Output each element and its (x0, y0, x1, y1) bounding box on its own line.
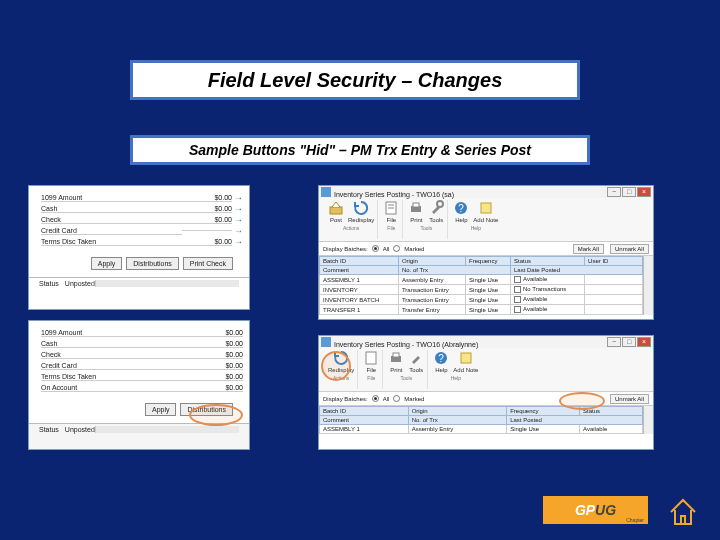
help-button[interactable]: ?Help (433, 350, 449, 373)
gpug-logo: GPUG Chapter (543, 496, 648, 524)
expand-icon[interactable]: → (234, 237, 243, 247)
unmark-all-button[interactable]: Unmark All (610, 394, 649, 404)
table-row[interactable]: TRANSFER 1Transfer EntrySingle UseAvaila… (320, 305, 643, 315)
unmark-all-button[interactable]: Unmark All (610, 244, 649, 254)
col-subheader[interactable]: Comment (320, 416, 409, 425)
maximize-button[interactable]: □ (622, 187, 636, 197)
close-button[interactable]: × (637, 187, 651, 197)
col-header[interactable]: Batch ID (320, 407, 409, 416)
app-icon (321, 337, 331, 347)
col-header[interactable]: User ID (585, 257, 643, 266)
file-menu[interactable]: File (363, 350, 379, 373)
checkbox[interactable] (514, 306, 521, 313)
apply-button[interactable]: Apply (145, 403, 177, 416)
distributions-button[interactable]: Distributions (126, 257, 179, 270)
svg-rect-9 (481, 203, 491, 213)
svg-rect-15 (461, 353, 471, 363)
title-bar[interactable]: Inventory Series Posting - TWO16 (Abraly… (319, 336, 653, 348)
redisplay-button[interactable]: Redisplay (348, 200, 374, 223)
pm-trx-entry-panel-after: 1099 Amount$0.00 Cash$0.00 Check$0.00 Cr… (28, 320, 250, 450)
field-value: $0.00 (193, 329, 243, 337)
tools-menu[interactable]: Tools (428, 200, 444, 223)
ribbon-group-label: Help (471, 225, 481, 231)
field-value: $0.00 (193, 384, 243, 392)
field-value: $0.00 (193, 340, 243, 348)
minimize-button[interactable]: − (607, 337, 621, 347)
help-button[interactable]: ?Help (453, 200, 469, 223)
svg-rect-12 (393, 353, 399, 357)
col-header[interactable]: Origin (398, 257, 465, 266)
field-value: $0.00 (193, 351, 243, 359)
print-button[interactable]: Print (408, 200, 424, 223)
apply-button[interactable]: Apply (91, 257, 123, 270)
batch-table[interactable]: Batch ID Origin Frequency Status User ID… (319, 256, 643, 315)
table-row[interactable]: ASSEMBLY 1Assembly EntrySingle UseAvaila… (320, 425, 643, 434)
expand-icon[interactable]: → (234, 215, 243, 225)
ribbon-group-label: Tools (401, 375, 413, 381)
expand-icon[interactable]: → (234, 204, 243, 214)
print-button[interactable]: Print (388, 350, 404, 373)
expand-icon[interactable]: → (234, 226, 243, 236)
add-note-button[interactable]: Add Note (473, 200, 498, 223)
field-label: Terms Disc Taken (41, 373, 193, 381)
col-subheader[interactable]: Comment (320, 266, 399, 275)
field-value: $0.00 (182, 238, 232, 246)
radio-all[interactable] (372, 245, 379, 252)
field-label: Cash (41, 340, 193, 348)
expand-icon[interactable]: → (234, 193, 243, 203)
series-posting-window-after: Inventory Series Posting - TWO16 (Abraly… (318, 335, 654, 450)
radio-all[interactable] (372, 395, 379, 402)
checkbox[interactable] (514, 286, 521, 293)
checkbox[interactable] (514, 276, 521, 283)
radio-marked[interactable] (393, 395, 400, 402)
radio-marked[interactable] (393, 245, 400, 252)
col-subheader[interactable]: No. of Trx (398, 266, 510, 275)
file-menu[interactable]: File (383, 200, 399, 223)
svg-text:?: ? (459, 203, 465, 214)
col-header[interactable]: Status (510, 257, 584, 266)
home-icon[interactable] (666, 494, 700, 528)
ribbon-group-label: File (387, 225, 395, 231)
checkbox[interactable] (514, 296, 521, 303)
highlight-hidden-post-button (321, 351, 351, 381)
table-row[interactable]: ASSEMBLY 1Assembly EntrySingle UseAvaila… (320, 275, 643, 285)
close-button[interactable]: × (637, 337, 651, 347)
col-subheader[interactable]: Last Posted (507, 416, 643, 425)
col-header[interactable]: Origin (408, 407, 507, 416)
scrollbar[interactable] (643, 406, 653, 434)
svg-point-6 (437, 201, 443, 207)
batch-table[interactable]: Batch ID Origin Frequency Status Comment… (319, 406, 643, 434)
field-value: $0.00 (182, 205, 232, 213)
field-label: Check (41, 351, 193, 359)
highlight-hidden-button (189, 404, 243, 426)
svg-text:?: ? (439, 353, 445, 364)
col-header[interactable]: Frequency (466, 257, 511, 266)
add-note-button[interactable]: Add Note (453, 350, 478, 373)
post-button[interactable]: Post (328, 200, 344, 223)
pm-trx-entry-panel-before: 1099 Amount$0.00→ Cash$0.00→ Check$0.00→… (28, 185, 250, 310)
field-value: $0.00 (182, 194, 232, 202)
status-value: Unposted (65, 426, 95, 433)
col-subheader[interactable]: Last Date Posted (510, 266, 642, 275)
field-value: $0.00 (193, 362, 243, 370)
col-header[interactable]: Batch ID (320, 257, 399, 266)
title-bar[interactable]: Inventory Series Posting - TWO16 (sa) − … (319, 186, 653, 198)
scrollbar[interactable] (643, 256, 653, 315)
status-value: Unposted (65, 280, 95, 287)
ribbon-toolbar: Post Redisplay Actions File File Print T… (319, 198, 653, 242)
print-check-button[interactable]: Print Check (183, 257, 233, 270)
mark-all-button[interactable]: Mark All (573, 244, 604, 254)
ribbon-toolbar: Redisplay Actions File File Print Tools … (319, 348, 653, 392)
minimize-button[interactable]: − (607, 187, 621, 197)
table-row[interactable]: INVENTORY BATCHTransaction EntrySingle U… (320, 295, 643, 305)
ribbon-group-label: Actions (343, 225, 359, 231)
field-label: Credit Card (41, 227, 182, 235)
maximize-button[interactable]: □ (622, 337, 636, 347)
col-subheader[interactable]: No. of Trx (408, 416, 507, 425)
tools-menu[interactable]: Tools (408, 350, 424, 373)
field-value: $0.00 (193, 373, 243, 381)
svg-rect-0 (330, 207, 342, 214)
table-row[interactable]: INVENTORYTransaction EntrySingle UseNo T… (320, 285, 643, 295)
field-label: Check (41, 216, 182, 224)
status-label: Status (39, 280, 59, 287)
